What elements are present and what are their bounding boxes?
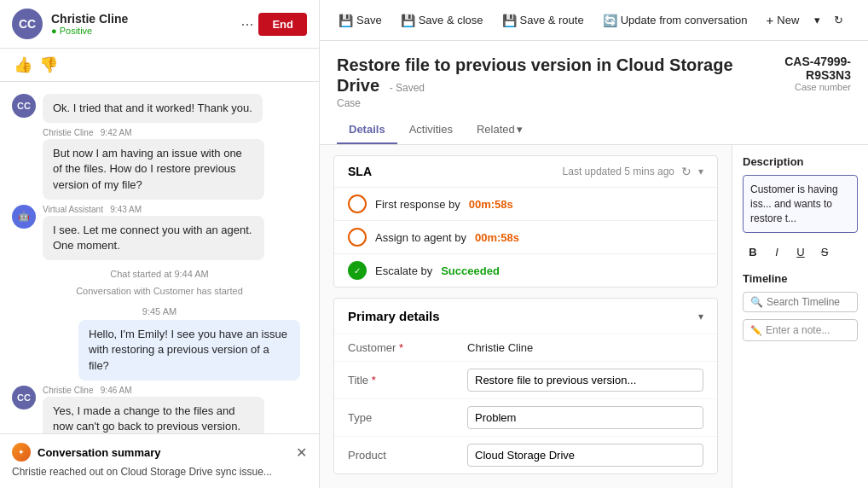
field-row-title: Title * [334, 361, 717, 398]
required-indicator: * [372, 374, 376, 386]
save-route-icon: 💾 [502, 14, 517, 27]
summary-close-icon[interactable]: ✕ [296, 444, 307, 461]
message-bubble: Hello, I'm Emily! I see you have an issu… [78, 320, 300, 381]
field-input-type[interactable] [467, 406, 703, 429]
chat-panel: CC Christie Cline Positive ··· End 👍 👎 C… [0, 0, 320, 488]
tab-related[interactable]: Related ▾ [465, 116, 535, 144]
refresh-button[interactable]: ↻ [827, 9, 850, 32]
message-row: Christie Cline 9:42 AM But now I am havi… [12, 128, 307, 200]
field-value-customer: Christie Cline [467, 341, 703, 354]
timeline-search[interactable]: 🔍 [743, 292, 858, 312]
chevron-down-icon: ▾ [814, 14, 820, 26]
sla-status-icon: ✓ [348, 261, 367, 280]
sla-chevron-icon[interactable]: ▾ [698, 166, 703, 177]
required-indicator: * [399, 341, 403, 354]
more-options-icon[interactable]: ··· [240, 15, 253, 33]
case-number-label: Case number [755, 82, 851, 92]
chevron-down-icon: ▾ [517, 123, 523, 136]
related-label: Related [477, 123, 515, 136]
message-bubble: Ok. I tried that and it worked! Thank yo… [43, 94, 263, 123]
sla-status-icon [348, 195, 367, 213]
timeline-note-placeholder: Enter a note... [766, 324, 830, 336]
message-bubble: But now I am having an issue with one of… [43, 139, 264, 200]
sla-last-updated: Last updated 5 mins ago [563, 166, 674, 177]
underline-button[interactable]: U [790, 241, 811, 262]
sla-section: SLA Last updated 5 mins ago ↻ ▾ First re… [333, 155, 718, 288]
feedback-bar: 👍 👎 [0, 49, 319, 82]
timeline-note-input[interactable]: ✏️ Enter a note... [743, 319, 858, 341]
sla-label: First response by [375, 198, 460, 211]
sla-meta: Last updated 5 mins ago ↻ ▾ [563, 165, 703, 178]
format-bar: B I U S [743, 241, 858, 262]
new-button[interactable]: + New [758, 8, 808, 32]
toolbar-expand-button[interactable]: ▾ [809, 9, 825, 32]
description-box[interactable]: Customer is having iss... and wants to r… [743, 175, 858, 233]
sla-succeeded: Succeeded [441, 264, 500, 277]
avatar: CC [12, 386, 36, 410]
timestamp: 9:45 AM [12, 306, 307, 317]
message-meta: Christie Cline 9:46 AM [43, 386, 264, 395]
thumbs-down-icon[interactable]: 👎 [39, 55, 58, 74]
italic-button[interactable]: I [767, 241, 787, 262]
primary-details-section: Primary details ▾ Customer * Christie Cl… [333, 298, 718, 474]
sla-time: 00m:58s [475, 231, 519, 244]
message-content: Christie Cline 9:42 AM But now I am havi… [43, 128, 264, 200]
field-label-title: Title * [348, 374, 467, 386]
message-row: CC Ok. I tried that and it worked! Thank… [12, 94, 307, 123]
customer-status: Positive [51, 26, 240, 36]
primary-details-header[interactable]: Primary details ▾ [334, 299, 717, 334]
plus-icon: + [767, 13, 774, 27]
message-meta: Christie Cline 9:42 AM [43, 128, 264, 137]
summary-title: Conversation summary [38, 446, 289, 459]
message-content: Virtual Assistant 9:43 AM I see. Let me … [43, 205, 264, 260]
summary-text: Christie reached out on Cloud Storage Dr… [12, 465, 307, 479]
message-content: Hello, I'm Emily! I see you have an issu… [78, 320, 300, 381]
field-label-customer: Customer * [348, 341, 467, 354]
field-input-product[interactable] [467, 444, 703, 467]
tab-activities[interactable]: Activities [397, 116, 465, 144]
message-meta: Virtual Assistant 9:43 AM [43, 205, 264, 214]
primary-details-title: Primary details [348, 309, 440, 323]
refresh-icon: ↻ [834, 14, 843, 26]
message-bubble: Yes, I made a change to the files and no… [43, 397, 264, 434]
right-sidebar: Description Customer is having iss... an… [732, 145, 868, 488]
case-saved-label: - Saved [390, 82, 425, 94]
system-message: Chat started at 9:44 AM [12, 269, 307, 279]
chat-header-actions: ··· End [240, 13, 307, 36]
edit-icon: ✏️ [750, 325, 762, 336]
sla-title: SLA [348, 165, 372, 178]
thumbs-up-icon[interactable]: 👍 [14, 55, 32, 74]
sla-status-icon [348, 228, 367, 247]
save-route-button[interactable]: 💾 Save & route [494, 9, 593, 32]
summary-icon [12, 443, 31, 462]
case-panel: 💾 Save 💾 Save & close 💾 Save & route 🔄 U… [320, 0, 868, 488]
avatar: CC [12, 9, 43, 39]
end-button[interactable]: End [258, 13, 307, 36]
field-row-type: Type [334, 398, 717, 436]
sla-label: Escalate by [375, 264, 432, 277]
field-label-product: Product [348, 449, 467, 462]
bold-button[interactable]: B [743, 241, 763, 262]
case-type: Case [337, 97, 851, 109]
sla-header: SLA Last updated 5 mins ago ↻ ▾ [334, 156, 717, 187]
avatar: 🤖 [12, 205, 36, 229]
sla-item-first-response: First response by 00m:58s [334, 187, 717, 220]
timeline-title: Timeline [743, 272, 858, 285]
field-input-title[interactable] [467, 369, 703, 392]
sla-item-escalate: ✓ Escalate by Succeeded [334, 253, 717, 287]
case-tabs: Details Activities Related ▾ [337, 116, 851, 144]
save-button[interactable]: 💾 Save [330, 9, 391, 32]
summary-header: Conversation summary ✕ [12, 443, 307, 462]
tab-details[interactable]: Details [337, 116, 397, 144]
avatar: CC [12, 94, 36, 118]
save-close-button[interactable]: 💾 Save & close [392, 9, 492, 32]
case-number: CAS-47999-R9S3N3 [755, 55, 851, 82]
case-header: Restore file to previous version in Clou… [320, 41, 868, 145]
customer-name: Christie Cline [51, 12, 240, 26]
description-title: Description [743, 155, 858, 168]
update-conversation-button[interactable]: 🔄 Update from conversation [594, 9, 756, 32]
timeline-search-input[interactable] [767, 296, 868, 308]
sla-refresh-icon[interactable]: ↻ [681, 165, 692, 178]
strikethrough-button[interactable]: S [814, 241, 835, 262]
chat-header: CC Christie Cline Positive ··· End [0, 0, 319, 49]
